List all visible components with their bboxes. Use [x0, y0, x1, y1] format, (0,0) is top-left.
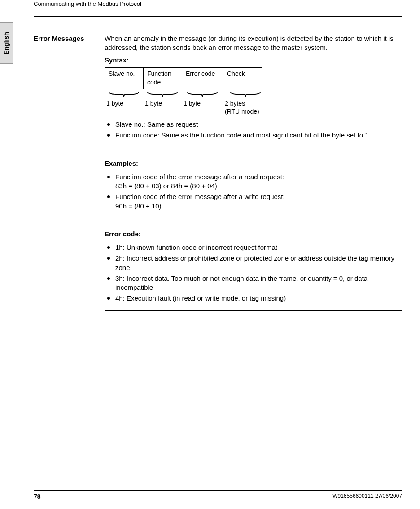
intro-paragraph: When an anomaly in the message (or durin… — [105, 34, 402, 53]
syntax-table: Slave no. Function code Error code Check — [105, 67, 262, 89]
definition-list: Slave no.: Same as request Function code… — [105, 120, 402, 140]
brace-icon — [187, 91, 218, 97]
running-head: Communicating with the Modbus Protocol — [34, 0, 402, 10]
table-cell: Slave no. — [105, 68, 144, 89]
section-heading: Error Messages — [34, 34, 100, 43]
byte-label: 1 byte — [182, 100, 223, 108]
table-cell: Error code — [182, 68, 223, 89]
examples-list: Function code of the error message after… — [105, 173, 402, 211]
brace-row: 1 byte 1 byte 1 byte 2 bytes (RTU mode) — [105, 91, 402, 115]
list-item: 4h: Execution fault (in read or write mo… — [107, 294, 402, 303]
brace-icon — [230, 91, 261, 97]
language-tab-label: English — [2, 32, 11, 55]
error-code-label: Error code: — [105, 230, 402, 239]
byte-label: 1 byte — [143, 100, 182, 108]
list-item: Function code: Same as the function code… — [107, 131, 402, 140]
table-cell: Check — [223, 68, 262, 89]
list-item: 3h: Incorrect data. Too much or not enou… — [107, 274, 402, 292]
list-item: Function code of the error message after… — [107, 192, 402, 211]
brace-icon — [108, 91, 140, 97]
language-tab: English — [0, 22, 13, 64]
list-item: Slave no.: Same as request — [107, 120, 402, 129]
error-code-list: 1h: Unknown function code or incorrect r… — [105, 243, 402, 303]
list-item: 2h: Incorrect address or prohibited zone… — [107, 254, 402, 272]
byte-label: 1 byte — [105, 100, 143, 108]
examples-label: Examples: — [105, 159, 402, 168]
byte-label: 2 bytes (RTU mode) — [223, 100, 268, 115]
page-footer: 78 W916556690111 27/06/2007 — [34, 490, 402, 501]
page-number: 78 — [34, 492, 41, 501]
section-end-rule — [105, 310, 402, 311]
list-item: 1h: Unknown function code or incorrect r… — [107, 243, 402, 252]
list-item: Function code of the error message after… — [107, 173, 402, 191]
brace-icon — [147, 91, 178, 97]
doc-id: W916556690111 27/06/2007 — [332, 492, 402, 501]
table-cell: Function code — [144, 68, 182, 89]
header-rule — [34, 16, 402, 17]
syntax-label: Syntax: — [105, 56, 402, 65]
